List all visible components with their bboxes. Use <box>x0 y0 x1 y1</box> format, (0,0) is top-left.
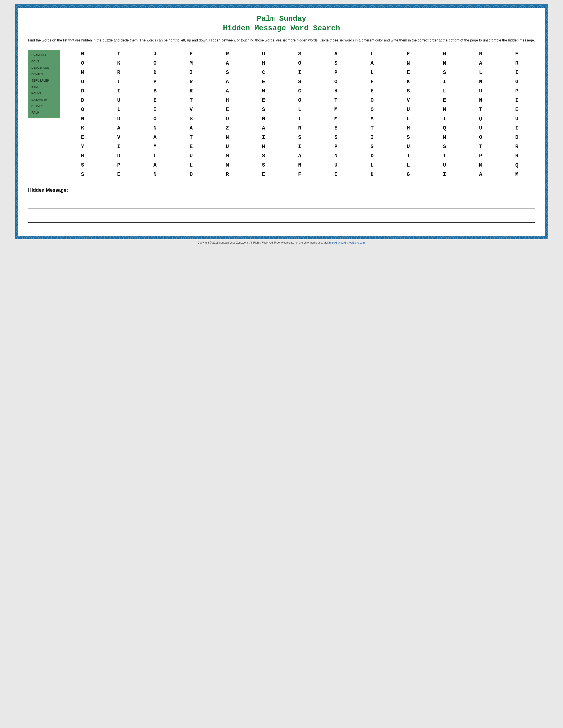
puzzle-cell: D <box>368 152 376 160</box>
puzzle-cell: U <box>513 115 521 123</box>
puzzle-cell: A <box>151 161 159 169</box>
word-list-item: JERUSALEM <box>31 78 57 84</box>
puzzle-cell: N <box>259 115 268 123</box>
puzzle-cell: I <box>115 143 123 151</box>
puzzle-cell: V <box>404 96 413 105</box>
puzzle-row: MDLUMSANDITPR <box>64 152 535 160</box>
puzzle-cell: L <box>404 115 413 123</box>
puzzle-row: DIBRANCHESLUP <box>64 87 535 95</box>
puzzle-cell: P <box>332 143 340 151</box>
puzzle-row: SENDREFEUGIAM <box>64 170 535 179</box>
puzzle-cell: I <box>187 68 195 77</box>
puzzle-cell: I <box>259 133 268 142</box>
footer-link[interactable]: http://SundaySchoolZone.com. <box>329 241 366 244</box>
puzzle-cell: N <box>440 59 449 68</box>
puzzle-cell: M <box>259 143 268 151</box>
puzzle-cell: E <box>404 68 413 77</box>
puzzle-cell: N <box>151 124 159 132</box>
puzzle-cell: A <box>296 152 304 160</box>
puzzle-cell: U <box>223 143 231 151</box>
puzzle-cell: S <box>440 143 449 151</box>
puzzle-cell: L <box>115 105 123 114</box>
puzzle-cell: M <box>477 161 485 169</box>
puzzle-cell: O <box>296 59 304 68</box>
puzzle-row: YIMEUMIPSUSTR <box>64 143 535 151</box>
puzzle-cell: Z <box>223 124 231 132</box>
puzzle-cell: G <box>404 170 413 179</box>
puzzle-cell: Q <box>440 124 449 132</box>
puzzle-cell: N <box>259 87 268 95</box>
puzzle-cell: L <box>187 161 195 169</box>
puzzle-cell: S <box>259 105 268 114</box>
puzzle-cell: R <box>477 50 485 58</box>
puzzle-cell: H <box>223 96 231 105</box>
puzzle-cell: S <box>223 68 231 77</box>
puzzle-cell: Q <box>513 161 521 169</box>
puzzle-cell: E <box>332 124 340 132</box>
puzzle-cell: E <box>78 133 87 142</box>
puzzle-cell: T <box>187 96 195 105</box>
word-list-item: MOUNT <box>31 90 57 97</box>
puzzle-cell: U <box>477 87 485 95</box>
puzzle-cell: N <box>78 115 87 123</box>
footer-copyright: Copyright © 2013 SundaySchoolZone.com. <box>197 241 248 244</box>
puzzle-cell: D <box>115 152 123 160</box>
hidden-message-section: Hidden Message: <box>28 187 535 223</box>
footer: Copyright © 2013 SundaySchoolZone.com. A… <box>195 239 368 246</box>
puzzle-cell: M <box>440 133 449 142</box>
puzzle-cell: B <box>151 87 159 95</box>
puzzle-cell: E <box>187 143 195 151</box>
puzzle-cell: N <box>223 133 231 142</box>
puzzle-cell: I <box>368 133 376 142</box>
puzzle-cell: N <box>151 170 159 179</box>
puzzle-cell: M <box>332 115 340 123</box>
puzzle-cell: A <box>223 59 231 68</box>
puzzle-cell: I <box>115 50 123 58</box>
puzzle-cell: N <box>332 152 340 160</box>
puzzle-cell: K <box>404 78 413 86</box>
puzzle-cell: P <box>477 152 485 160</box>
puzzle-cell: I <box>296 143 304 151</box>
puzzle-cell: I <box>513 96 521 105</box>
puzzle-cell: U <box>404 143 413 151</box>
puzzle-cell: T <box>477 143 485 151</box>
answer-line-2 <box>28 216 535 223</box>
puzzle-cell: E <box>513 105 521 114</box>
puzzle-cell: T <box>115 78 123 86</box>
puzzle-cell: O <box>477 133 485 142</box>
puzzle-cell: M <box>223 161 231 169</box>
puzzle-cell: R <box>513 59 521 68</box>
puzzle-cell: M <box>513 170 521 179</box>
puzzle-cell: R <box>187 87 195 95</box>
puzzle-cell: A <box>477 59 485 68</box>
puzzle-cell: R <box>296 124 304 132</box>
puzzle-cell: E <box>513 50 521 58</box>
puzzle-cell: P <box>151 78 159 86</box>
puzzle-cell: E <box>259 170 268 179</box>
puzzle-row: KANAZARETHQUI <box>64 124 535 132</box>
word-list-item: NAZARETH <box>31 97 57 103</box>
word-list-item: OLIVES <box>31 103 57 110</box>
puzzle-cell: T <box>440 152 449 160</box>
puzzle-cell: N <box>477 78 485 86</box>
puzzle-row: OLIVESLMOUNTE <box>64 105 535 114</box>
footer-rights: All Rights Reserved. Free to duplicate f… <box>249 241 366 244</box>
puzzle-cell: M <box>223 152 231 160</box>
puzzle-cell: E <box>368 87 376 95</box>
puzzle-cell: S <box>296 78 304 86</box>
word-list-item: DONKEY <box>31 71 57 78</box>
puzzle-cell: D <box>151 68 159 77</box>
puzzle-cell: O <box>78 59 87 68</box>
puzzle-cell: N <box>440 105 449 114</box>
word-list-item: PALM <box>31 110 57 116</box>
puzzle-cell: H <box>259 59 268 68</box>
puzzle-cell: S <box>78 170 87 179</box>
puzzle-cell: R <box>513 152 521 160</box>
puzzle-cell: D <box>187 170 195 179</box>
puzzle-cell: N <box>404 59 413 68</box>
puzzle-cell: A <box>115 124 123 132</box>
puzzle-cell: D <box>78 87 87 95</box>
puzzle-cell: L <box>368 161 376 169</box>
puzzle-cell: A <box>151 133 159 142</box>
puzzle-cell: M <box>78 68 87 77</box>
